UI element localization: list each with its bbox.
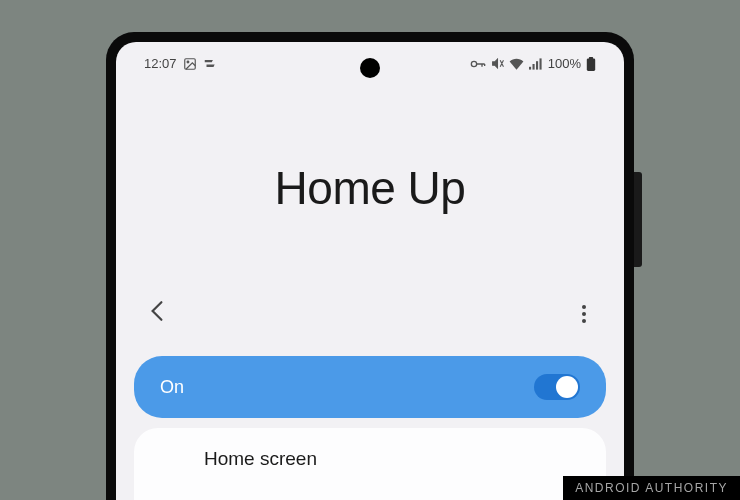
status-time: 12:07 (144, 56, 177, 71)
settings-item-label: Home screen (204, 448, 317, 469)
mute-icon (491, 57, 504, 70)
svg-rect-4 (532, 64, 534, 70)
image-icon (183, 57, 197, 71)
svg-rect-8 (589, 57, 593, 59)
master-toggle-card[interactable]: On (134, 356, 606, 418)
screen: 12:07 (116, 42, 624, 500)
phone-frame: 12:07 (106, 32, 634, 500)
back-button[interactable] (150, 300, 164, 328)
status-left: 12:07 (144, 56, 217, 71)
dot-icon (582, 305, 586, 309)
dot-icon (582, 312, 586, 316)
signal-icon (529, 58, 543, 70)
status-right: 100% (470, 56, 596, 71)
wifi-icon (509, 58, 524, 70)
more-menu-button[interactable] (578, 301, 590, 327)
vpn-key-icon (470, 58, 486, 70)
master-toggle-label: On (160, 377, 184, 398)
svg-point-2 (471, 61, 476, 66)
svg-rect-3 (529, 66, 531, 69)
page-title: Home Up (116, 161, 624, 215)
side-button (634, 172, 642, 267)
camera-cutout (360, 58, 380, 78)
stack-icon (203, 57, 217, 71)
settings-item-home-screen[interactable]: Home screen (134, 428, 606, 500)
master-toggle-switch[interactable] (534, 374, 580, 400)
nav-row (116, 300, 624, 328)
watermark: ANDROID AUTHORITY (563, 476, 740, 500)
svg-rect-5 (536, 61, 538, 69)
switch-knob (556, 376, 578, 398)
svg-point-1 (187, 61, 189, 63)
battery-icon (586, 57, 596, 71)
dot-icon (582, 319, 586, 323)
svg-rect-6 (539, 58, 541, 69)
svg-rect-7 (587, 58, 595, 71)
status-battery-pct: 100% (548, 56, 581, 71)
